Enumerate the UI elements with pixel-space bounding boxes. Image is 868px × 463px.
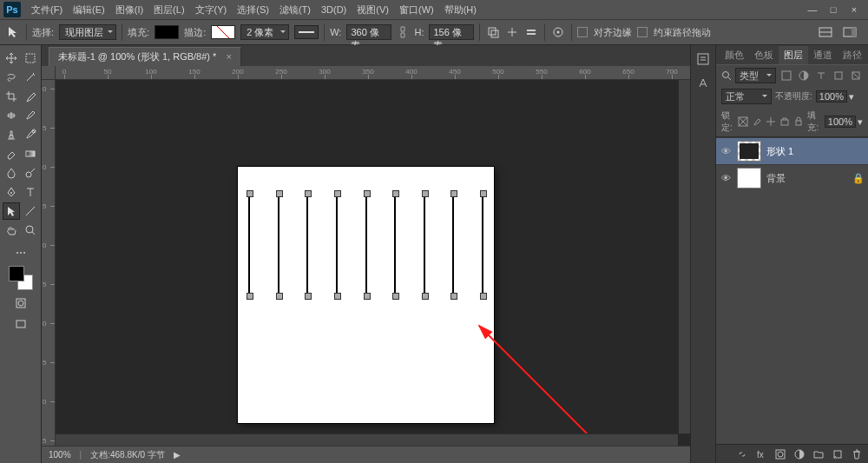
canvas-viewport[interactable] (56, 80, 678, 427)
shape-lines[interactable] (248, 193, 483, 297)
artboard[interactable] (238, 167, 494, 423)
layer-name[interactable]: 背景 (766, 172, 786, 185)
layer-item-shape[interactable]: 👁 形状 1 (716, 137, 868, 164)
tab-channels[interactable]: 通道 (808, 46, 838, 64)
quickmask-icon[interactable] (13, 295, 29, 311)
menu-edit[interactable]: 编辑(E) (68, 0, 110, 19)
link-layers-icon[interactable] (736, 448, 748, 460)
tab-swatches[interactable]: 色板 (749, 46, 779, 64)
opacity-field[interactable]: 100%▾ (816, 90, 854, 103)
history-brush-tool[interactable] (23, 127, 38, 142)
layer-style-icon[interactable]: fx (755, 448, 767, 460)
menu-image[interactable]: 图像(I) (110, 0, 148, 19)
layer-mask-icon[interactable] (774, 448, 786, 460)
filter-shape-icon[interactable] (832, 69, 845, 83)
delete-layer-icon[interactable] (851, 448, 863, 460)
lock-all-icon[interactable] (793, 115, 804, 129)
window-maximize-button[interactable]: □ (823, 2, 844, 17)
workspace-panel-icon[interactable] (842, 24, 858, 40)
close-icon[interactable]: × (226, 51, 231, 62)
height-field[interactable]: 156 像素 (429, 24, 474, 40)
eraser-tool[interactable] (3, 146, 19, 162)
magic-wand-tool[interactable] (23, 69, 38, 85)
layer-thumbnail[interactable] (737, 141, 761, 162)
filter-smart-icon[interactable] (849, 69, 863, 83)
history-panel-icon[interactable] (694, 50, 712, 68)
screenmode-icon[interactable] (13, 316, 29, 332)
ruler-horizontal[interactable]: 0501001502002503003504004505005506006507… (56, 66, 690, 80)
fill-swatch[interactable] (155, 25, 179, 39)
fill-opacity-field[interactable]: 100%▾ (825, 116, 863, 128)
stroke-swatch[interactable] (211, 25, 235, 39)
layer-kind-dropdown[interactable]: 类型 (735, 68, 776, 83)
hand-tool[interactable] (3, 222, 19, 238)
vertical-scrollbar[interactable] (678, 80, 690, 433)
tab-layers[interactable]: 图层 (779, 46, 808, 64)
width-field[interactable]: 360 像素 (346, 24, 391, 40)
stamp-tool[interactable] (3, 127, 19, 142)
group-icon[interactable] (812, 448, 825, 460)
path-selection-tool-icon[interactable] (5, 24, 21, 40)
menu-file[interactable]: 文件(F) (26, 0, 68, 19)
marquee-tool[interactable] (23, 50, 38, 66)
path-selection-tool[interactable] (3, 203, 19, 219)
path-arrange-icon[interactable] (523, 24, 539, 40)
line-tool[interactable] (23, 203, 38, 219)
menu-filter[interactable]: 滤镜(T) (274, 0, 316, 19)
lasso-tool[interactable] (3, 69, 19, 85)
healing-tool[interactable] (3, 108, 19, 123)
menu-type[interactable]: 文字(Y) (190, 0, 233, 19)
search-icon[interactable] (721, 70, 732, 81)
path-ops-icon[interactable] (485, 24, 501, 40)
crop-tool[interactable] (3, 89, 19, 104)
blend-mode-dropdown[interactable]: 正常 (721, 89, 772, 104)
zoom-level[interactable]: 100% (49, 450, 71, 460)
layer-thumbnail[interactable] (737, 168, 761, 189)
link-wh-icon[interactable] (397, 26, 409, 38)
visibility-icon[interactable]: 👁 (720, 146, 732, 156)
blur-tool[interactable] (3, 165, 19, 181)
align-edges-checkbox[interactable]: 对齐边缘 (577, 26, 632, 39)
lock-trans-icon[interactable] (738, 115, 748, 129)
lock-image-icon[interactable] (752, 115, 762, 129)
dodge-tool[interactable] (23, 165, 38, 181)
filter-adjust-icon[interactable] (797, 69, 811, 83)
pen-tool[interactable] (3, 184, 19, 200)
doc-info[interactable]: 文档:468.8K/0 字节 (90, 449, 165, 461)
lock-pos-icon[interactable] (766, 115, 776, 129)
menu-select[interactable]: 选择(S) (232, 0, 274, 19)
color-swatches[interactable] (9, 266, 33, 290)
adjustment-layer-icon[interactable] (793, 448, 806, 460)
layer-item-background[interactable]: 👁 背景 🔒 (716, 164, 868, 191)
brush-tool[interactable] (23, 108, 38, 123)
menu-window[interactable]: 窗口(W) (394, 0, 439, 19)
window-minimize-button[interactable]: — (802, 2, 823, 17)
layer-name[interactable]: 形状 1 (766, 145, 793, 158)
eyedropper-tool[interactable] (23, 89, 38, 104)
menu-layer[interactable]: 图层(L) (148, 0, 189, 19)
quick-guide-icon[interactable] (818, 24, 833, 40)
stroke-style-dropdown[interactable] (294, 25, 319, 39)
horizontal-scrollbar[interactable] (56, 433, 678, 446)
ruler-vertical[interactable]: 0505050505 (42, 80, 56, 446)
tab-paths[interactable]: 路径 (838, 46, 867, 64)
chevron-right-icon[interactable]: ▶ (174, 450, 181, 460)
foreground-color-swatch[interactable] (9, 266, 24, 281)
window-close-button[interactable]: × (844, 2, 865, 17)
gradient-tool[interactable] (23, 146, 38, 162)
constrain-path-checkbox[interactable]: 约束路径拖动 (637, 26, 711, 39)
menu-3d[interactable]: 3D(D) (316, 0, 352, 19)
character-panel-icon[interactable] (694, 75, 712, 92)
document-tab[interactable]: 未标题-1 @ 100% (形状 1, RGB/8#) * × (49, 47, 241, 66)
visibility-icon[interactable]: 👁 (720, 173, 732, 183)
menu-view[interactable]: 视图(V) (352, 0, 394, 19)
edit-toolbar-icon[interactable] (13, 245, 29, 261)
path-options-icon[interactable] (550, 24, 566, 40)
path-align-icon[interactable] (504, 24, 520, 40)
type-tool[interactable] (23, 184, 38, 200)
move-tool[interactable] (3, 50, 19, 66)
filter-type-icon[interactable] (814, 69, 828, 83)
filter-pixel-icon[interactable] (779, 69, 793, 83)
zoom-tool[interactable] (23, 222, 38, 238)
tab-color[interactable]: 颜色 (720, 46, 749, 64)
